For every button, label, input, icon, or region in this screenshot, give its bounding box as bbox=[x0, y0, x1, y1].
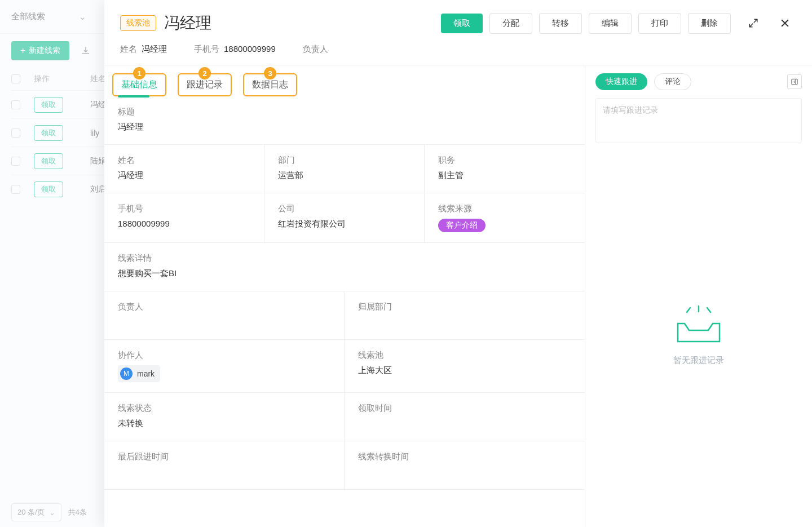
row-name: 冯经 bbox=[90, 100, 106, 110]
field-title-label: 标题 bbox=[118, 107, 571, 117]
detail-scroll[interactable]: 标题 冯经理 姓名 冯经理 部门 运营部 职务 副主管 bbox=[104, 96, 585, 527]
comment-button[interactable]: 评论 bbox=[654, 73, 691, 90]
row-claim-button[interactable]: 领取 bbox=[34, 97, 63, 113]
field-status-label: 线索状态 bbox=[118, 403, 330, 414]
inbox-icon bbox=[673, 304, 724, 346]
summary-name-value: 冯经理 bbox=[142, 44, 167, 54]
row-name: 陆娟 bbox=[90, 156, 106, 166]
page-size-select[interactable]: 20 条/页⌄ bbox=[11, 503, 61, 521]
field-pool-label: 线索池 bbox=[358, 350, 571, 361]
summary-phone-value: 18800009999 bbox=[224, 44, 276, 54]
field-phone-label: 手机号 bbox=[118, 203, 250, 214]
select-all-checkbox[interactable] bbox=[11, 74, 20, 83]
field-lastfollow-value bbox=[118, 467, 330, 479]
page-title: 冯经理 bbox=[164, 12, 211, 34]
field-source-label: 线索来源 bbox=[438, 203, 571, 214]
summary-phone-label: 手机号 bbox=[194, 44, 219, 54]
follow-note-input[interactable]: 请填写跟进记录 bbox=[595, 98, 802, 143]
field-claimtime-value bbox=[358, 418, 571, 431]
field-company-value: 红岩投资有限公司 bbox=[278, 219, 411, 231]
tab-badge-3: 3 bbox=[264, 67, 276, 79]
summary-name-label: 姓名 bbox=[120, 44, 137, 54]
print-button[interactable]: 打印 bbox=[638, 13, 681, 34]
tab-badge-2: 2 bbox=[198, 67, 211, 79]
svg-line-3 bbox=[707, 308, 710, 312]
summary-row: 姓名冯经理 手机号18800009999 负责人 bbox=[104, 44, 812, 65]
filter-label: 全部线索 bbox=[11, 11, 45, 22]
empty-text: 暂无跟进记录 bbox=[673, 355, 724, 366]
chevron-down-icon: ⌄ bbox=[49, 508, 55, 517]
field-dept-value: 运营部 bbox=[278, 170, 411, 183]
field-position-label: 职务 bbox=[438, 155, 571, 166]
collaborator-name: mark bbox=[137, 369, 155, 378]
quick-follow-button[interactable]: 快速跟进 bbox=[595, 73, 647, 90]
claim-button[interactable]: 领取 bbox=[441, 14, 483, 33]
transfer-button[interactable]: 转移 bbox=[539, 13, 582, 34]
row-checkbox[interactable] bbox=[11, 185, 20, 194]
field-company-label: 公司 bbox=[278, 203, 411, 214]
row-checkbox[interactable] bbox=[11, 129, 20, 138]
svg-line-1 bbox=[687, 308, 690, 312]
svg-rect-0 bbox=[792, 79, 798, 84]
download-icon[interactable] bbox=[81, 46, 91, 56]
summary-owner-label: 负责人 bbox=[303, 44, 328, 54]
row-claim-button[interactable]: 领取 bbox=[34, 181, 63, 197]
field-lastfollow-label: 最后跟进时间 bbox=[118, 451, 330, 462]
field-dept-label: 部门 bbox=[278, 155, 411, 166]
field-owner-value bbox=[118, 317, 330, 329]
field-position-value: 副主管 bbox=[438, 170, 571, 183]
field-phone-value: 18800009999 bbox=[118, 219, 250, 231]
empty-state: 暂无跟进记录 bbox=[585, 143, 812, 527]
plus-icon: + bbox=[20, 46, 25, 56]
field-name-label: 姓名 bbox=[118, 155, 250, 166]
field-detail-value: 想要购买一套BI bbox=[118, 268, 571, 281]
field-status-value: 未转换 bbox=[118, 418, 330, 431]
avatar: M bbox=[120, 367, 133, 380]
row-claim-button[interactable]: 领取 bbox=[34, 153, 63, 169]
field-convtime-label: 线索转换时间 bbox=[358, 451, 571, 462]
row-name: lily bbox=[90, 129, 99, 138]
source-pill: 客户介绍 bbox=[438, 219, 486, 232]
row-claim-button[interactable]: 领取 bbox=[34, 125, 63, 141]
new-lead-label: 新建线索 bbox=[29, 46, 60, 56]
row-checkbox[interactable] bbox=[11, 157, 20, 166]
tab-badge-1: 1 bbox=[133, 67, 145, 79]
assign-button[interactable]: 分配 bbox=[489, 13, 532, 34]
field-owner-label: 负责人 bbox=[118, 302, 330, 312]
close-icon[interactable] bbox=[776, 14, 794, 32]
expand-icon[interactable] bbox=[744, 14, 762, 32]
delete-button[interactable]: 删除 bbox=[688, 13, 731, 34]
field-collab-label: 协作人 bbox=[118, 350, 330, 361]
field-detail-label: 线索详情 bbox=[118, 253, 571, 264]
chevron-down-icon: ⌄ bbox=[79, 12, 86, 22]
collapse-panel-icon[interactable] bbox=[787, 74, 802, 89]
col-op: 操作 bbox=[34, 74, 90, 84]
total-count: 共4条 bbox=[68, 507, 87, 517]
row-checkbox[interactable] bbox=[11, 100, 20, 109]
field-convtime-value bbox=[358, 467, 571, 479]
pool-tag: 线索池 bbox=[120, 15, 156, 31]
collaborator-chip[interactable]: M mark bbox=[118, 365, 160, 382]
field-title-value: 冯经理 bbox=[118, 122, 571, 134]
field-name-value: 冯经理 bbox=[118, 170, 250, 183]
row-name: 刘启 bbox=[90, 184, 106, 194]
edit-button[interactable]: 编辑 bbox=[589, 13, 632, 34]
field-claimtime-label: 领取时间 bbox=[358, 403, 571, 414]
filter-all-leads[interactable]: 全部线索 ⌄ bbox=[11, 11, 86, 22]
field-owndept-value bbox=[358, 317, 571, 329]
field-pool-value: 上海大区 bbox=[358, 365, 571, 378]
field-owndept-label: 归属部门 bbox=[358, 302, 571, 312]
new-lead-button[interactable]: + 新建线索 bbox=[11, 41, 69, 60]
lead-detail-panel: 线索池 冯经理 领取 分配 转移 编辑 打印 删除 姓名冯经理 手机号18800… bbox=[104, 0, 812, 527]
